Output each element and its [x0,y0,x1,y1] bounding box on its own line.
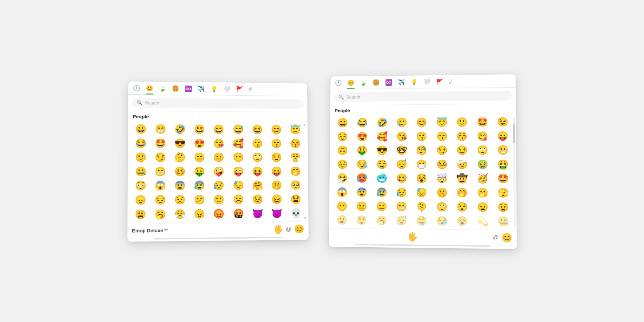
list-item[interactable]: 😏 [432,144,452,157]
list-item[interactable]: 😰 [372,186,391,199]
list-item[interactable]: 🤤 [372,158,392,171]
list-item[interactable]: 😶 [229,151,248,164]
tab-objects-left[interactable]: 💡 [211,85,218,95]
list-item[interactable]: 😎 [372,144,392,157]
search-placeholder-right[interactable]: Search [346,94,360,99]
list-item[interactable]: 😛 [267,165,286,178]
list-item[interactable]: 🥴 [171,165,190,178]
list-item[interactable]: 🤭 [287,165,305,178]
tab-travel-right[interactable]: ✈️ [398,79,405,89]
list-item[interactable]: 🥱 [151,207,170,221]
list-item[interactable]: ☹️ [229,193,248,206]
list-item[interactable]: 😵 [452,214,472,228]
list-item[interactable]: 😤 [286,151,305,164]
list-item[interactable]: 😀 [131,122,150,136]
tab-recent-left[interactable]: 🕐 [133,85,140,94]
list-item[interactable]: 😮 [332,213,352,227]
list-item[interactable]: 😍 [353,130,372,143]
at-button-right[interactable]: @ [493,234,499,241]
list-item[interactable]: 😑 [190,151,209,164]
list-item[interactable]: 😚 [452,129,472,143]
list-item[interactable]: 🤐 [493,215,513,229]
list-item[interactable]: 😑 [372,200,391,213]
list-item[interactable]: 😨 [352,185,372,199]
list-item[interactable]: 😉 [493,115,513,129]
list-item[interactable]: 😔 [333,158,352,171]
list-item[interactable]: 🤩 [473,115,492,129]
list-item[interactable]: 😡 [210,207,229,221]
list-item[interactable]: 😶 [332,200,352,213]
tab-food-right[interactable]: 🍔 [373,79,380,89]
list-item[interactable]: 😘 [392,130,412,143]
tab-nature-right[interactable]: 🍃 [360,79,367,89]
list-item[interactable]: 😬 [392,200,411,213]
list-item[interactable]: 🫢 [473,186,493,200]
tab-love-left[interactable]: 🤍 [223,86,230,95]
list-item[interactable]: 😗 [248,137,267,150]
list-item[interactable]: 🤔 [171,151,190,164]
tab-hash-right[interactable]: # [449,79,452,88]
list-item[interactable]: 🤣 [373,116,392,129]
list-item[interactable]: 😂 [353,116,372,129]
tab-love-right[interactable]: 🤍 [423,79,430,88]
list-item[interactable]: 💫 [473,214,493,228]
list-item[interactable]: 😊 [412,116,431,129]
list-item[interactable]: 😷 [412,158,431,171]
list-item[interactable]: 😗 [412,130,431,143]
list-item[interactable]: 🤫 [432,186,452,199]
list-item[interactable]: 🤭 [452,186,472,200]
list-item[interactable]: 😙 [267,137,286,150]
list-item[interactable]: 😊 [267,123,286,136]
list-item[interactable]: 😋 [473,129,492,143]
list-item[interactable]: 😤 [170,207,189,221]
list-item[interactable]: 😥 [210,179,228,192]
search-box-right[interactable]: 🔍 Search [334,91,512,102]
list-item[interactable]: 😒 [267,151,286,164]
list-item[interactable]: 😘 [210,137,228,150]
list-item[interactable]: 😬 [151,165,170,178]
list-item[interactable]: 😐 [352,200,371,213]
list-item[interactable]: 🤧 [333,172,352,185]
list-item[interactable]: 😓 [412,186,432,199]
list-item[interactable]: 🙄 [248,151,267,164]
list-item[interactable]: 🤤 [412,214,431,228]
list-item[interactable]: 🙄 [473,144,492,157]
list-item[interactable]: 👿 [268,207,286,220]
list-item[interactable]: 😏 [151,151,170,164]
list-item[interactable]: 🤐 [131,165,150,178]
list-item[interactable]: 🤩 [151,137,170,150]
list-item[interactable]: 😴 [392,158,412,171]
list-item[interactable]: 😥 [392,186,411,199]
list-item[interactable]: 🫠 [412,200,431,213]
search-placeholder-left[interactable]: Search [145,100,159,105]
list-item[interactable]: 😂 [131,137,150,150]
emoji-button-right[interactable]: 😊 [501,233,512,243]
list-item[interactable]: 😨 [170,179,189,193]
tab-people-right[interactable]: 😊 [347,80,355,89]
list-item[interactable]: 🤠 [452,172,472,185]
list-item[interactable]: 😴 [392,214,412,227]
list-item[interactable]: 😣 [248,193,267,206]
list-item[interactable]: 🥴 [392,172,411,185]
list-item[interactable]: 🤮 [493,158,513,171]
list-item[interactable]: 😓 [229,179,248,192]
list-item[interactable]: 🤒 [432,158,452,171]
list-item[interactable]: 🫣 [493,186,513,200]
list-item[interactable]: 😄 [210,123,228,136]
list-item[interactable]: 🤑 [353,144,372,157]
list-item[interactable]: 😕 [190,193,209,206]
list-item[interactable]: 😍 [190,137,209,150]
list-item[interactable]: 🥰 [229,137,248,150]
scroll-up-left[interactable]: ▲ [303,123,307,127]
list-item[interactable]: 🤢 [473,158,493,171]
list-item[interactable]: 😅 [229,123,248,136]
tab-symbols-right[interactable]: ♾️ [385,79,392,89]
list-item[interactable]: 😁 [151,122,170,136]
list-item[interactable]: 😵 [412,172,432,185]
list-item[interactable]: 🧐 [412,144,431,157]
list-item[interactable]: 🥰 [372,130,392,143]
list-item[interactable]: 😔 [151,193,170,207]
list-item[interactable]: 😫 [287,193,305,206]
list-item[interactable]: 😚 [286,137,305,150]
list-item[interactable]: 😝 [248,165,267,178]
